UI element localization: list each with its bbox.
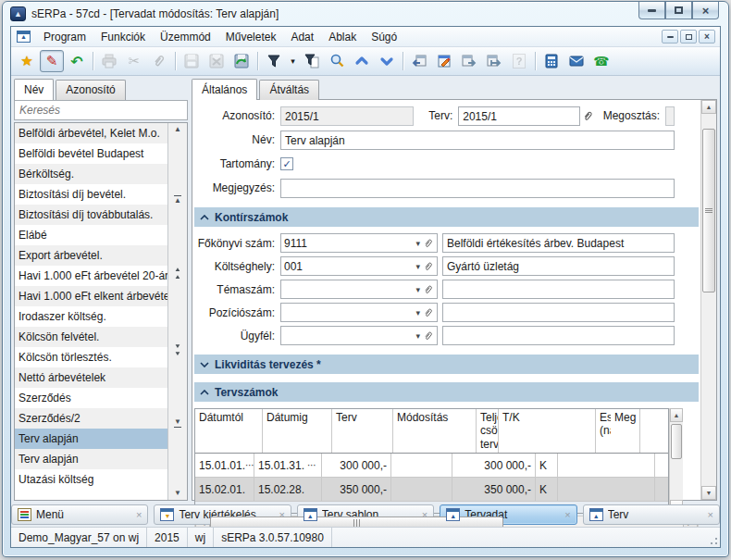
window-forward-button[interactable] — [457, 50, 481, 72]
phone-button[interactable]: ☎ — [589, 50, 613, 72]
resize-grip[interactable] — [707, 534, 718, 545]
menu-item[interactable]: Funkciók — [93, 28, 153, 46]
save-button[interactable] — [180, 50, 204, 72]
list-item[interactable]: Havi 1.000 eFt árbevétel 20-ár — [15, 266, 167, 286]
dropdown-icon[interactable]: ▾ — [413, 331, 423, 341]
megjegyzes-field[interactable] — [280, 179, 675, 198]
calculator-button[interactable] — [539, 50, 564, 72]
save-close-button[interactable] — [204, 50, 229, 72]
filter-button[interactable] — [262, 50, 286, 72]
maximize-button[interactable] — [665, 2, 692, 19]
page-down-icon[interactable]: ▼▼ — [174, 342, 181, 357]
column-header[interactable]: Terv — [332, 409, 393, 453]
nev-field[interactable]: Terv alapján — [280, 131, 675, 150]
close-tab-icon[interactable]: × — [136, 509, 142, 520]
table-scrollbar[interactable]: ▲ ▼ — [669, 408, 683, 514]
window-tab[interactable]: ▲ ▼ Menü × — [11, 504, 148, 525]
preview-button[interactable]: ✂ — [122, 50, 146, 72]
column-header[interactable]: Teljesítéssel csökk. terv — [477, 409, 499, 453]
kontir-combo[interactable]: ▾ — [280, 326, 438, 345]
attach-button[interactable] — [147, 50, 171, 72]
list-item[interactable]: Biztosítási díj bevétel. — [15, 184, 167, 205]
list-item[interactable]: Elábé — [15, 225, 167, 245]
panel-scrollbar[interactable]: ▲ ▼ — [700, 100, 716, 500]
list-scrollbar[interactable]: ▲ ▲ ▲▲ ▼▼ ▼ ▼ — [167, 123, 187, 500]
kontir-desc-field[interactable] — [442, 280, 675, 299]
list-item[interactable]: Utazási költség — [15, 469, 167, 490]
window-back-button[interactable] — [407, 50, 431, 72]
dropdown-icon[interactable]: ▾ — [413, 239, 423, 248]
tab-atvaltas[interactable]: Átváltás — [259, 80, 319, 100]
window-edit-button[interactable] — [432, 50, 456, 72]
scroll-last-icon[interactable]: ▼ — [174, 418, 181, 428]
list-item[interactable]: Export árbevétel. — [15, 245, 167, 266]
azonosito-field[interactable]: 2015/1 — [280, 106, 414, 126]
list-item[interactable]: Kölcsön felvétel. — [15, 327, 167, 347]
list-item[interactable]: Belföldi árbevétel, Kelet M.o. — [15, 123, 167, 143]
save-refresh-button[interactable] — [229, 50, 254, 72]
tartomany-checkbox[interactable]: ✓ — [280, 157, 293, 170]
column-header[interactable]: T/K — [499, 409, 596, 453]
section-likviditas[interactable]: Likviditás tervezés * — [194, 355, 699, 374]
menu-item[interactable]: Adat — [283, 28, 321, 46]
title-bar[interactable]: ▲ sERPa - 57cd - [Tervadat módosítás: Te… — [3, 2, 728, 26]
dropdown-icon[interactable]: ▾ — [413, 308, 423, 317]
search-button[interactable] — [325, 50, 349, 72]
tab-nev[interactable]: Név — [14, 79, 54, 100]
list-item[interactable]: Nettó árbevételek — [15, 367, 167, 388]
list-item[interactable]: Terv alapján — [15, 449, 167, 469]
column-header[interactable]: Dátumtól — [195, 409, 263, 453]
list-item[interactable]: Belföldi bevétel Budapest — [15, 143, 167, 164]
scroll-down-icon[interactable]: ▼ — [174, 490, 181, 497]
kontir-desc-field[interactable] — [442, 326, 675, 345]
section-kontirszamok[interactable]: Kontírszámok — [194, 207, 699, 227]
minimize-button[interactable] — [638, 2, 665, 19]
dropdown-icon[interactable]: ▾ — [413, 285, 423, 294]
help-button[interactable]: ? — [507, 50, 531, 72]
dropdown-icon[interactable]: ▾ — [413, 262, 423, 271]
undo-button[interactable]: ↶ — [65, 50, 89, 72]
paperclip-icon[interactable] — [423, 260, 434, 273]
list-item[interactable]: Irodaszer költség. — [15, 306, 167, 327]
paperclip-icon[interactable] — [423, 237, 434, 250]
tab-azonosito[interactable]: Azonosító — [56, 80, 125, 100]
filter-document-button[interactable] — [300, 50, 324, 72]
kontir-desc-field[interactable]: Gyártó üzletág — [442, 256, 675, 276]
list-item[interactable]: Terv alapján — [15, 429, 167, 449]
list-item[interactable]: Bérköltség. — [15, 164, 167, 184]
scroll-up-icon[interactable]: ▲ — [670, 408, 683, 422]
kontir-desc-field[interactable] — [442, 303, 675, 322]
column-header[interactable]: Esedékesség (nap) — [596, 409, 611, 453]
filter-dropdown-button[interactable]: ▾ — [287, 50, 299, 72]
terv-field[interactable]: 2015/1 — [458, 106, 580, 126]
window-next-button[interactable] — [482, 50, 506, 72]
menu-item[interactable]: Súgó — [364, 28, 404, 46]
list-item[interactable]: Biztosítási díj továbbutalás. — [15, 205, 167, 225]
menu-item[interactable]: Üzemmód — [153, 28, 218, 46]
kontir-combo[interactable]: ▾ — [280, 280, 438, 299]
list-item[interactable]: Havi 1.000 eFt elkent árbevéte — [15, 286, 167, 306]
paperclip-icon[interactable] — [423, 330, 434, 342]
paperclip-icon[interactable] — [580, 109, 595, 123]
kontir-combo[interactable]: 9111 ▾ — [280, 233, 438, 253]
table-row[interactable]: 15.02.01.⋯ 15.02.28.⋯ 350 000,- 350 000,… — [195, 478, 668, 502]
kontir-desc-field[interactable]: Belföldi értékesítés árbev. Budapest — [442, 233, 675, 253]
scroll-up-icon[interactable]: ▲ — [701, 100, 716, 114]
kontir-combo[interactable]: ▾ — [280, 303, 438, 322]
search-input[interactable] — [14, 100, 188, 120]
column-header[interactable]: Dátumig — [263, 409, 332, 453]
page-up-icon[interactable]: ▲▲ — [174, 266, 181, 280]
prev-record-button[interactable] — [350, 50, 374, 72]
list-item[interactable]: Kölcsön törlesztés. — [15, 347, 167, 367]
scroll-down-icon[interactable]: ▼ — [701, 486, 716, 500]
new-button[interactable]: ★ — [15, 50, 39, 72]
next-record-button[interactable] — [375, 50, 399, 72]
paperclip-icon[interactable] — [423, 283, 434, 296]
mdi-restore-button[interactable] — [680, 30, 697, 44]
kontir-combo[interactable]: 001 ▾ — [280, 256, 438, 276]
menu-item[interactable]: Ablak — [321, 28, 364, 46]
mail-button[interactable] — [564, 50, 589, 72]
mdi-minimize-button[interactable] — [662, 30, 678, 44]
scroll-first-icon[interactable]: ▲ — [174, 195, 181, 205]
table-row[interactable]: 15.01.01.⋯ 15.01.31.⋯ 300 000,- 300 000,… — [195, 454, 668, 478]
